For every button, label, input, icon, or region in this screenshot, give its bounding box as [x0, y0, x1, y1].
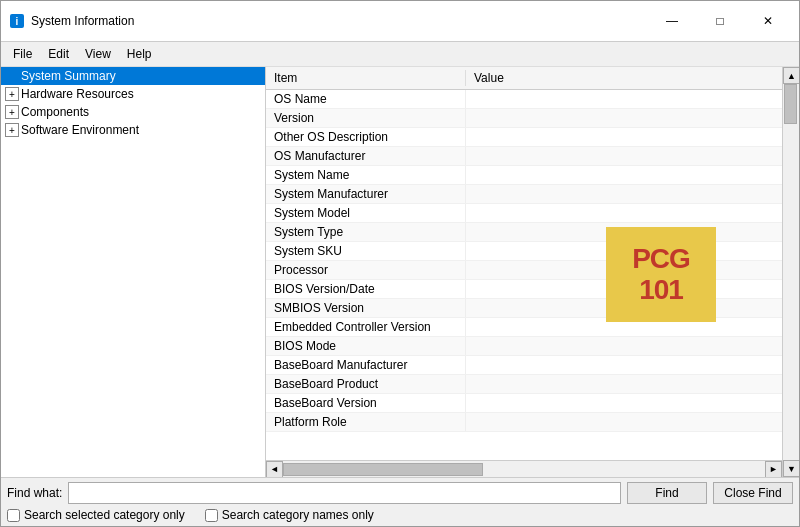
close-button[interactable]: ✕ [745, 7, 791, 35]
tree-item-label-2: Components [21, 105, 89, 119]
menu-item-help[interactable]: Help [119, 44, 160, 64]
table-row: Version [266, 109, 782, 128]
table-row: BaseBoard Manufacturer [266, 356, 782, 375]
cell-item-9: Processor [266, 261, 466, 279]
cell-value-0 [466, 90, 782, 108]
cell-item-7: System Type [266, 223, 466, 241]
find-label: Find what: [7, 486, 62, 500]
checkbox2[interactable] [205, 509, 218, 522]
tree-item-2[interactable]: +Components [1, 103, 265, 121]
cell-value-4 [466, 166, 782, 184]
cell-item-1: Version [266, 109, 466, 127]
watermark-line1: PCG [632, 244, 690, 275]
watermark-line2: 101 [632, 275, 690, 306]
find-row: Find what: Find Close Find [7, 482, 793, 504]
bottom-panel: Find what: Find Close Find Search select… [1, 477, 799, 526]
table-row: BaseBoard Version [266, 394, 782, 413]
checkbox1-label[interactable]: Search selected category only [7, 508, 185, 522]
cell-item-16: BaseBoard Version [266, 394, 466, 412]
right-panel: Item Value OS NameVersionOther OS Descri… [266, 67, 782, 477]
cell-value-2 [466, 128, 782, 146]
cell-item-2: Other OS Description [266, 128, 466, 146]
table-row: System Model [266, 204, 782, 223]
menu-bar: FileEditViewHelp [1, 42, 799, 67]
watermark: PCG 101 [606, 227, 716, 322]
cell-item-0: OS Name [266, 90, 466, 108]
cell-item-17: Platform Role [266, 413, 466, 431]
cell-item-6: System Model [266, 204, 466, 222]
left-panel: System Summary+Hardware Resources+Compon… [1, 67, 266, 477]
checkbox1-text: Search selected category only [24, 508, 185, 522]
h-scroll-left-btn[interactable]: ◄ [266, 461, 283, 478]
cell-item-3: OS Manufacturer [266, 147, 466, 165]
cell-value-1 [466, 109, 782, 127]
cell-item-15: BaseBoard Product [266, 375, 466, 393]
cell-value-15 [466, 375, 782, 393]
right-with-scroll: Item Value OS NameVersionOther OS Descri… [266, 67, 799, 477]
cell-item-10: BIOS Version/Date [266, 280, 466, 298]
table-row: Platform Role [266, 413, 782, 432]
table-row: Other OS Description [266, 128, 782, 147]
checkbox2-label[interactable]: Search category names only [205, 508, 374, 522]
tree-item-label-1: Hardware Resources [21, 87, 134, 101]
h-scroll-right-btn[interactable]: ► [765, 461, 782, 478]
checkbox1[interactable] [7, 509, 20, 522]
col-item-header: Item [266, 70, 466, 86]
table-header: Item Value [266, 67, 782, 90]
v-scroll-down-btn[interactable]: ▼ [783, 460, 799, 477]
tree-expander-2[interactable]: + [5, 105, 19, 119]
v-scroll-track[interactable] [783, 84, 799, 460]
tree-item-label-0: System Summary [21, 69, 116, 83]
cell-item-14: BaseBoard Manufacturer [266, 356, 466, 374]
table-row: BIOS Mode [266, 337, 782, 356]
cell-value-3 [466, 147, 782, 165]
right-scrollbar: ▲ ▼ [782, 67, 799, 477]
tree-item-1[interactable]: +Hardware Resources [1, 85, 265, 103]
maximize-button[interactable]: □ [697, 7, 743, 35]
find-input[interactable] [68, 482, 621, 504]
cell-item-4: System Name [266, 166, 466, 184]
title-bar: i System Information — □ ✕ [1, 1, 799, 42]
tree-item-label-3: Software Environment [21, 123, 139, 137]
watermark-text: PCG 101 [632, 244, 690, 306]
close-find-button[interactable]: Close Find [713, 482, 793, 504]
horizontal-scrollbar[interactable]: ◄ ► [266, 460, 782, 477]
tree-item-3[interactable]: +Software Environment [1, 121, 265, 139]
find-button[interactable]: Find [627, 482, 707, 504]
main-content: System Summary+Hardware Resources+Compon… [1, 67, 799, 477]
menu-item-view[interactable]: View [77, 44, 119, 64]
checkbox2-text: Search category names only [222, 508, 374, 522]
cell-value-16 [466, 394, 782, 412]
menu-item-edit[interactable]: Edit [40, 44, 77, 64]
cell-item-5: System Manufacturer [266, 185, 466, 203]
tree-expander-3[interactable]: + [5, 123, 19, 137]
cell-value-13 [466, 337, 782, 355]
cell-value-14 [466, 356, 782, 374]
checkbox-row: Search selected category only Search cat… [7, 508, 793, 522]
cell-item-8: System SKU [266, 242, 466, 260]
table-row: OS Manufacturer [266, 147, 782, 166]
tree-expander-1[interactable]: + [5, 87, 19, 101]
v-scroll-thumb[interactable] [784, 84, 797, 124]
h-scroll-thumb[interactable] [283, 463, 483, 476]
window: i System Information — □ ✕ FileEditViewH… [0, 0, 800, 527]
tree-item-0[interactable]: System Summary [1, 67, 265, 85]
cell-value-6 [466, 204, 782, 222]
cell-value-5 [466, 185, 782, 203]
minimize-button[interactable]: — [649, 7, 695, 35]
cell-value-17 [466, 413, 782, 431]
menu-item-file[interactable]: File [5, 44, 40, 64]
cell-item-11: SMBIOS Version [266, 299, 466, 317]
v-scroll-up-btn[interactable]: ▲ [783, 67, 799, 84]
table-row: System Name [266, 166, 782, 185]
cell-item-12: Embedded Controller Version [266, 318, 466, 336]
h-scroll-track[interactable] [283, 461, 765, 477]
table-row: BaseBoard Product [266, 375, 782, 394]
table-row: System Manufacturer [266, 185, 782, 204]
window-title: System Information [31, 14, 649, 28]
app-icon: i [9, 13, 25, 29]
cell-item-13: BIOS Mode [266, 337, 466, 355]
window-controls: — □ ✕ [649, 7, 791, 35]
col-value-header: Value [466, 70, 782, 86]
svg-text:i: i [16, 16, 19, 27]
